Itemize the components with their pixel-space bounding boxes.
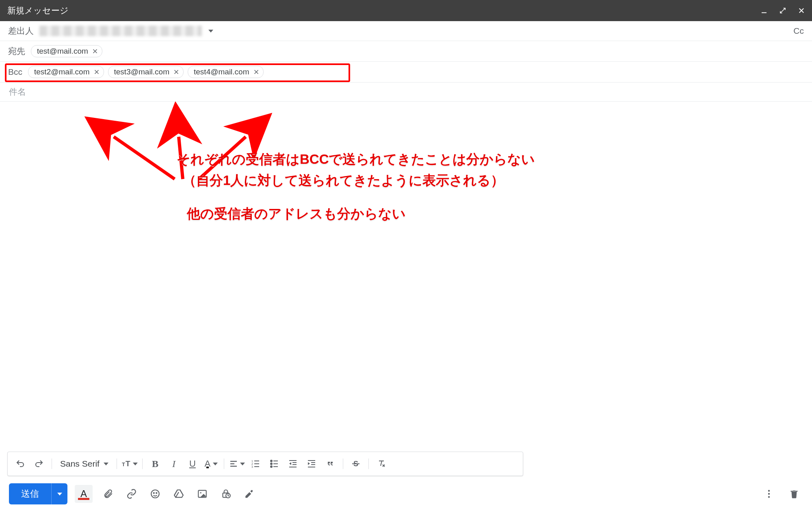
popout-button[interactable]	[778, 6, 788, 15]
bullet-list-button[interactable]	[266, 455, 283, 472]
close-button[interactable]	[797, 6, 806, 15]
bcc-chip[interactable]: test4@mail.com	[188, 66, 264, 78]
to-row[interactable]: 宛先 test@mail.com	[0, 41, 812, 62]
text-color-button[interactable]: A	[203, 455, 220, 472]
insert-link-button[interactable]	[123, 486, 140, 502]
send-split-button: 送信	[9, 483, 67, 504]
font-family-label: Sans Serif	[60, 459, 100, 469]
insert-emoji-button[interactable]	[147, 486, 163, 502]
remove-formatting-button[interactable]	[373, 455, 390, 472]
caret-down-icon	[133, 463, 138, 465]
redo-button[interactable]	[30, 455, 48, 472]
caret-down-icon	[240, 463, 245, 465]
remove-chip-icon[interactable]	[173, 68, 180, 76]
message-body[interactable]: それぞれの受信者はBCCで送られてきたことは分からない （自分1人に対して送られ…	[0, 102, 812, 452]
attach-file-button[interactable]	[100, 486, 116, 502]
from-value[interactable]	[39, 26, 793, 36]
toolbar-divider	[52, 459, 52, 469]
caret-down-icon	[104, 463, 108, 465]
strikethrough-button[interactable]: S	[347, 455, 364, 472]
svg-line-1	[114, 137, 175, 179]
italic-button[interactable]: I	[165, 455, 182, 472]
from-label: 差出人	[8, 25, 34, 37]
caret-down-icon	[57, 493, 62, 495]
action-bar: 送信 A	[0, 483, 812, 515]
svg-point-15	[271, 460, 272, 462]
annotation-text-1: それぞれの受信者はBCCで送られてきたことは分からない	[177, 149, 535, 170]
svg-point-40	[768, 496, 770, 498]
bcc-chip[interactable]: test2@mail.com	[28, 66, 104, 78]
annotation-text-2: （自分1人に対して送られてきたように表示される）	[183, 170, 504, 191]
from-row: 差出人 Cc	[0, 21, 812, 41]
numbered-list-button[interactable]: 123	[247, 455, 264, 472]
toolbar-divider	[142, 459, 143, 469]
font-size-button[interactable]: TT	[121, 455, 138, 472]
subject-input[interactable]	[8, 87, 804, 97]
insert-drive-button[interactable]	[171, 486, 187, 502]
bold-button[interactable]: B	[147, 455, 164, 472]
font-family-select[interactable]: Sans Serif	[56, 459, 113, 469]
align-button[interactable]	[228, 455, 245, 472]
svg-text:T: T	[126, 459, 130, 468]
svg-point-31	[151, 490, 159, 498]
annotation-text-3: 他の受信者のアドレスも分からない	[187, 203, 406, 225]
bcc-chip[interactable]: test3@mail.com	[108, 66, 184, 78]
confidential-mode-button[interactable]	[218, 486, 234, 502]
toolbar-divider	[117, 459, 117, 469]
toolbar-divider	[343, 459, 343, 469]
discard-draft-button[interactable]	[786, 486, 802, 502]
bcc-row[interactable]: Bcc test2@mail.com test3@mail.com test4@…	[0, 62, 812, 83]
titlebar: 新規メッセージ	[0, 0, 812, 21]
svg-point-32	[154, 493, 154, 493]
minimize-button[interactable]	[759, 6, 769, 15]
formatting-toolbar: Sans Serif TT B I U A 123 S	[7, 452, 523, 476]
svg-point-16	[271, 463, 272, 465]
svg-text:T: T	[122, 461, 125, 467]
undo-button[interactable]	[12, 455, 29, 472]
remove-chip-icon[interactable]	[253, 68, 260, 76]
bcc-chip-text: test2@mail.com	[34, 67, 90, 76]
window-title: 新規メッセージ	[7, 5, 69, 16]
toolbar-divider	[368, 459, 369, 469]
svg-point-39	[768, 493, 770, 495]
bcc-chip-text: test3@mail.com	[114, 67, 170, 76]
toolbar-divider	[224, 459, 224, 469]
cc-toggle[interactable]: Cc	[793, 26, 804, 36]
remove-chip-icon[interactable]	[93, 68, 100, 76]
insert-photo-button[interactable]	[194, 486, 210, 502]
send-options-button[interactable]	[51, 483, 67, 504]
svg-text:1: 1	[251, 460, 253, 463]
svg-point-35	[200, 492, 201, 493]
from-dropdown-icon[interactable]	[208, 30, 213, 33]
more-options-button[interactable]	[761, 486, 777, 502]
send-button[interactable]: 送信	[9, 483, 51, 504]
indent-less-button[interactable]	[284, 455, 301, 472]
insert-signature-button[interactable]	[241, 486, 258, 502]
bcc-label: Bcc	[8, 67, 22, 77]
caret-down-icon	[213, 463, 218, 465]
bcc-chip-text: test4@mail.com	[194, 67, 249, 76]
from-address-redacted	[39, 26, 202, 36]
text-color-chip[interactable]: A	[75, 485, 93, 503]
underline-button[interactable]: U	[184, 455, 201, 472]
svg-text:3: 3	[251, 465, 253, 468]
to-chip[interactable]: test@mail.com	[31, 45, 102, 57]
svg-point-38	[768, 490, 770, 491]
to-chip-text: test@mail.com	[37, 47, 88, 56]
quote-button[interactable]	[322, 455, 339, 472]
subject-row[interactable]	[0, 83, 812, 102]
remove-chip-icon[interactable]	[91, 48, 99, 55]
indent-more-button[interactable]	[303, 455, 320, 472]
to-label: 宛先	[8, 46, 25, 57]
svg-point-33	[156, 493, 157, 493]
svg-text:2: 2	[251, 463, 253, 465]
svg-point-17	[271, 466, 272, 467]
